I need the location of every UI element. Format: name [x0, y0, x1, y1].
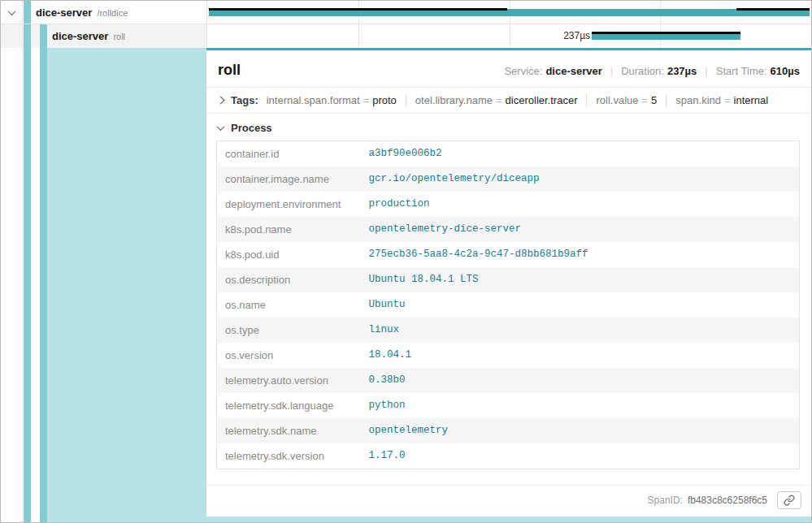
duration-value: 237µs	[667, 65, 697, 77]
tag-divider	[406, 94, 406, 106]
span-indent-column	[1, 48, 206, 522]
row-gutter	[1, 24, 23, 48]
link-icon	[784, 495, 795, 506]
collapse-toggle[interactable]	[1, 1, 23, 24]
process-key: k8s.pod.uid	[217, 242, 361, 267]
chevron-down-icon	[7, 7, 15, 15]
table-row: container.image.namegcr.io/opentelemetry…	[217, 166, 800, 192]
chevron-right-icon	[217, 97, 225, 105]
process-key: os.description	[217, 267, 361, 292]
process-label: Process	[231, 122, 272, 134]
tag-item: otel.library.name=diceroller.tracer	[415, 94, 578, 106]
process-key: deployment.environment	[217, 192, 361, 217]
table-row: k8s.pod.nameopentelemetry-dice-server	[217, 217, 800, 242]
process-value: 18.04.1	[361, 343, 800, 368]
process-value: Ubuntu 18.04.1 LTS	[361, 267, 800, 292]
start-time-label: Start Time:	[716, 65, 767, 77]
table-row: os.descriptionUbuntu 18.04.1 LTS	[217, 267, 800, 292]
process-value: opentelemetry-dice-server	[361, 217, 800, 242]
span-row-rolldice[interactable]: dice-server /rolldice	[1, 1, 811, 24]
process-key: container.image.name	[217, 166, 361, 192]
process-value: 275ecb36-5aa8-4c2a-9c47-d8bb681b9aff	[361, 242, 800, 267]
table-row: os.version18.04.1	[217, 343, 800, 368]
process-value: 0.38b0	[361, 368, 800, 393]
tags-label: Tags:	[231, 94, 258, 106]
timeline-cell[interactable]: 237µs	[206, 24, 811, 48]
chevron-down-icon	[217, 123, 225, 131]
process-accordion[interactable]: Process	[206, 114, 811, 139]
process-value: linux	[361, 318, 800, 343]
deep-link-button[interactable]	[777, 491, 801, 509]
table-row: os.typelinux	[217, 318, 800, 343]
process-value: python	[361, 393, 800, 418]
process-value: a3bf90e006b2	[361, 141, 800, 167]
tag-item: internal.span.format=proto	[267, 94, 397, 106]
operation-name: /rolldice	[97, 8, 128, 18]
meta-divider: |	[705, 65, 707, 77]
process-key: os.type	[217, 318, 361, 343]
service-label: Service:	[504, 65, 542, 77]
row-gutter	[1, 48, 23, 522]
span-tree-guide	[24, 48, 31, 522]
process-value: production	[361, 192, 800, 217]
span-detail-footer: SpanID: fb483c8c6258f6c5	[206, 485, 811, 517]
service-value: dice-server	[545, 65, 601, 77]
tag-item: span.kind=internal	[675, 94, 768, 106]
span-name-cell[interactable]: dice-server /rolldice	[1, 1, 206, 24]
span-detail-highlight	[47, 48, 206, 522]
tag-divider	[586, 94, 587, 106]
duration-label: Duration:	[621, 65, 664, 77]
service-name: dice-server	[36, 6, 92, 19]
table-row: os.nameUbuntu	[217, 292, 800, 318]
service-name: dice-server	[52, 30, 108, 42]
process-value: Ubuntu	[361, 292, 800, 318]
table-row: container.ida3bf90e006b2	[217, 141, 800, 167]
table-row: telemetry.auto.version0.38b0	[217, 368, 800, 393]
grid-line	[510, 24, 510, 48]
table-row: telemetry.sdk.version1.17.0	[217, 443, 800, 469]
critical-path-segment	[592, 32, 740, 34]
grid-line	[358, 24, 359, 48]
process-key: telemetry.sdk.version	[217, 443, 361, 469]
span-id-value: fb483c8c6258f6c5	[688, 495, 767, 506]
span-color-guide	[40, 24, 47, 48]
trace-timeline: dice-server /rolldice dice-se	[1, 1, 811, 48]
process-key: k8s.pod.name	[217, 217, 361, 242]
start-time-value: 610µs	[771, 65, 800, 77]
span-title: roll	[218, 62, 504, 79]
table-row: deployment.environmentproduction	[217, 192, 800, 217]
table-row: telemetry.sdk.nameopentelemetry	[217, 418, 800, 443]
process-value: 1.17.0	[361, 443, 800, 469]
process-table: container.ida3bf90e006b2 container.image…	[216, 140, 800, 469]
span-bar-roll[interactable]	[592, 32, 740, 40]
process-key: container.id	[217, 141, 361, 167]
tags-accordion[interactable]: Tags: internal.span.format=proto otel.li…	[206, 88, 811, 114]
process-key: telemetry.sdk.name	[217, 418, 361, 443]
table-row: telemetry.sdk.languagepython	[217, 393, 800, 418]
process-key: os.name	[217, 292, 361, 318]
tag-item: roll.value=5	[596, 94, 657, 106]
span-row-roll[interactable]: dice-server roll 237µs	[1, 24, 811, 48]
span-detail-header: roll Service: dice-server | Duration: 23…	[206, 50, 811, 88]
span-tree-guide	[24, 24, 31, 48]
span-detail-panel: roll Service: dice-server | Duration: 23…	[206, 48, 811, 517]
process-value: opentelemetry	[361, 418, 800, 443]
process-value: gcr.io/opentelemetry/diceapp	[361, 166, 800, 192]
span-color-guide	[40, 48, 47, 522]
critical-path-segment	[736, 8, 810, 11]
span-name-cell[interactable]: dice-server roll	[1, 24, 206, 48]
span-color-guide	[24, 1, 31, 24]
table-row: k8s.pod.uid275ecb36-5aa8-4c2a-9c47-d8bb6…	[217, 242, 800, 267]
process-key: telemetry.sdk.language	[217, 393, 361, 418]
trace-detail-view: dice-server /rolldice dice-se	[0, 0, 812, 523]
process-key: telemetry.auto.version	[217, 368, 361, 393]
span-duration-label: 237µs	[563, 30, 590, 41]
span-id-label: SpanID:	[648, 495, 683, 506]
timeline-cell[interactable]	[206, 1, 811, 24]
tag-divider	[666, 94, 667, 106]
span-bar-rolldice[interactable]	[209, 9, 810, 16]
meta-divider: |	[610, 65, 613, 77]
operation-name: roll	[113, 32, 125, 41]
process-key: os.version	[217, 343, 361, 368]
critical-path-segment	[209, 8, 507, 11]
